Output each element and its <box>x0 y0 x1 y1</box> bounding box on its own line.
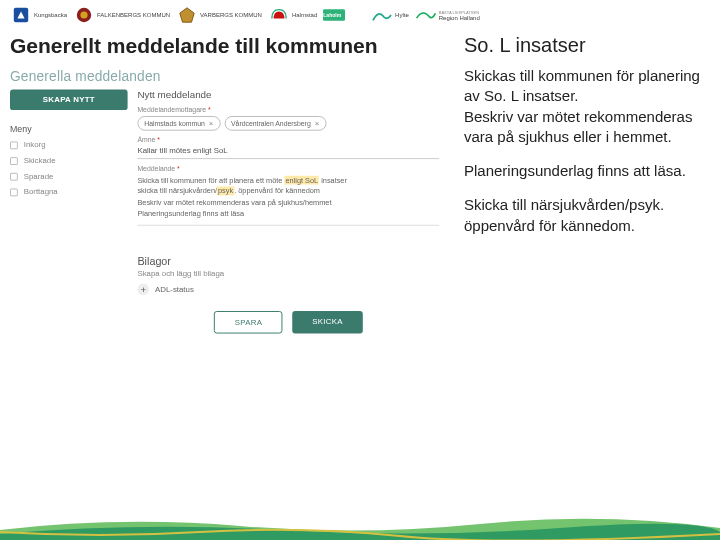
subject-input[interactable]: Kallar till mötes enligt SoL <box>137 143 439 159</box>
svg-point-2 <box>80 11 87 18</box>
plus-icon: + <box>137 284 149 296</box>
paragraph-2: Planeringsunderlag finns att läsa. <box>464 161 710 181</box>
paragraph-1: Skickas till kommunen för planering av S… <box>464 66 710 147</box>
logo-text: Region Halland <box>439 15 480 21</box>
paragraph-3: Skicka till närsjukvården/psyk. öppenvår… <box>464 195 710 236</box>
sent-icon <box>10 157 18 165</box>
subject-label: Ämne * <box>137 137 439 144</box>
menu-item-sent[interactable]: Skickade <box>10 156 128 165</box>
attachments-sub: Skapa och lägg till bilaga <box>137 269 439 278</box>
chip-remove-icon[interactable]: × <box>209 119 214 128</box>
logo-text: Laholm <box>323 12 341 18</box>
logo-halmstad: Halmstad <box>268 6 317 24</box>
menu-item-inbox[interactable]: Inkorg <box>10 140 128 149</box>
logo-region: BÄSTA LIVSPLATSEN Region Halland <box>415 6 480 24</box>
explanation-text: Skickas till kommunen för planering av S… <box>458 66 710 339</box>
attachment-row[interactable]: + ADL-status <box>137 284 439 296</box>
logo-hylte: Hylte <box>371 6 409 24</box>
logo-varberg: VARBERGS KOMMUN <box>176 6 262 24</box>
chip-label: Halmstads kommun <box>144 120 205 127</box>
logo-text: Halmstad <box>292 12 317 18</box>
attachments-title: Bilagor <box>137 255 439 267</box>
menu-item-label: Skickade <box>24 156 56 165</box>
logo-bar: Kungsbacka FALKENBERGS KOMMUN VARBERGS K… <box>0 0 720 28</box>
logo-kungsbacka: Kungsbacka <box>10 6 67 24</box>
footer-wave <box>0 512 720 540</box>
menu-item-label: Borttagna <box>24 188 58 197</box>
menu-item-label: Sparade <box>24 172 54 181</box>
chip-andersberg[interactable]: Vårdcentralen Andersberg× <box>224 116 326 131</box>
title-row: Generellt meddelande till kommunen So. L… <box>0 28 720 66</box>
logo-text: Hylte <box>395 12 409 18</box>
trash-icon <box>10 188 18 196</box>
logo-laholm: Laholm <box>323 6 365 24</box>
chip-remove-icon[interactable]: × <box>315 119 320 128</box>
app-header: Generella meddelanden <box>10 66 449 90</box>
saved-icon <box>10 172 18 180</box>
save-button[interactable]: SPARA <box>214 311 283 334</box>
logo-text: FALKENBERGS KOMMUN <box>97 12 170 18</box>
chip-label: Vårdcentralen Andersberg <box>231 120 311 127</box>
attachment-label: ADL-status <box>155 285 194 294</box>
logo-falkenberg: FALKENBERGS KOMMUN <box>73 6 170 24</box>
attachments-section: Bilagor Skapa och lägg till bilaga + ADL… <box>137 255 439 295</box>
page-title-right: So. L insatser <box>458 34 710 58</box>
message-label: Meddelande * <box>137 165 439 172</box>
menu-item-label: Inkorg <box>24 140 46 149</box>
create-new-button[interactable]: SKAPA NYTT <box>10 90 128 111</box>
app-screenshot: Generella meddelanden SKAPA NYTT Meny In… <box>10 66 449 334</box>
recipients-label: Meddelandemottagare * <box>137 106 439 113</box>
logo-text: Kungsbacka <box>34 12 67 18</box>
page-title-left: Generellt meddelande till kommunen <box>10 34 458 58</box>
menu-item-trash[interactable]: Borttagna <box>10 188 128 197</box>
sidebar: SKAPA NYTT Meny Inkorg Skickade Sparade … <box>10 90 128 334</box>
recipient-chips: Halmstads kommun× Vårdcentralen Andersbe… <box>137 116 439 131</box>
send-button[interactable]: SKICKA <box>293 311 363 334</box>
logo-text: VARBERGS KOMMUN <box>200 12 262 18</box>
menu-item-saved[interactable]: Sparade <box>10 172 128 181</box>
chip-halmstad[interactable]: Halmstads kommun× <box>137 116 220 131</box>
section-heading: Nytt meddelande <box>137 90 439 101</box>
main-panel: Nytt meddelande Meddelandemottagare * Ha… <box>137 90 449 334</box>
menu-label: Meny <box>10 124 128 134</box>
inbox-icon <box>10 141 18 149</box>
button-row: SPARA SKICKA <box>137 311 439 334</box>
message-textarea[interactable]: Skicka till kommunen för att planera ett… <box>137 172 439 226</box>
